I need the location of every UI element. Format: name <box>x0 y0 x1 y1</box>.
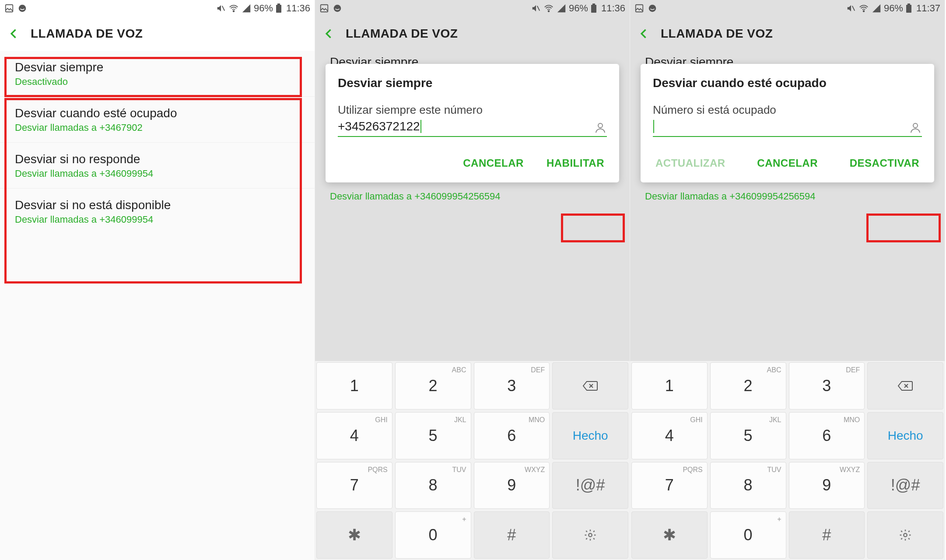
svg-rect-0 <box>6 5 13 12</box>
key-5[interactable]: 5JKL <box>395 412 471 459</box>
key-0[interactable]: 0+ <box>710 511 786 559</box>
key-sym[interactable]: !@# <box>552 462 628 509</box>
key-hash[interactable]: # <box>474 511 550 559</box>
status-bar: 96% 11:36 <box>315 0 630 17</box>
contact-picker-icon[interactable] <box>594 121 607 134</box>
back-icon[interactable] <box>323 28 335 40</box>
back-icon[interactable] <box>8 28 20 40</box>
key-1[interactable]: 1 <box>316 362 392 410</box>
number-input[interactable]: +34526372122 <box>338 119 589 134</box>
item-forward-noanswer[interactable]: Desviar si no responde Desviar llamadas … <box>0 143 315 189</box>
svg-point-3 <box>233 10 235 12</box>
key-8[interactable]: 8TUV <box>395 462 471 509</box>
dialog-label: Utilizar siempre este número <box>338 103 607 117</box>
key-3[interactable]: 3DEF <box>474 362 550 410</box>
item-forward-busy[interactable]: Desviar cuando esté ocupado Desviar llam… <box>0 97 315 143</box>
clock-text: 11:36 <box>286 3 310 14</box>
svg-rect-16 <box>636 5 643 12</box>
key-star[interactable]: ✱ <box>316 511 392 559</box>
key-7[interactable]: 7PQRS <box>316 462 392 509</box>
key-6[interactable]: 6MNO <box>474 412 550 459</box>
svg-rect-4 <box>276 5 281 13</box>
key-settings[interactable] <box>867 511 943 559</box>
key-7[interactable]: 7PQRS <box>631 462 708 509</box>
wifi-icon <box>543 4 554 13</box>
key-4[interactable]: 4GHI <box>316 412 392 459</box>
battery-text: 96% <box>254 3 273 14</box>
circle-icon <box>333 4 342 13</box>
key-0[interactable]: 0+ <box>395 511 471 559</box>
signal-icon <box>557 4 566 13</box>
number-input-row[interactable] <box>653 119 922 137</box>
battery-text: 96% <box>884 3 903 14</box>
key-star[interactable]: ✱ <box>631 511 708 559</box>
dialog-title: Desviar cuando esté ocupado <box>653 76 922 90</box>
mute-icon <box>531 4 541 13</box>
key-done[interactable]: Hecho <box>867 412 943 459</box>
svg-line-8 <box>537 6 540 11</box>
key-backspace[interactable] <box>552 362 628 410</box>
key-5[interactable]: 5JKL <box>710 412 786 459</box>
svg-rect-21 <box>907 4 910 5</box>
key-6[interactable]: 6MNO <box>789 412 865 459</box>
svg-point-7 <box>334 5 341 12</box>
bg-item-sub: Desviar llamadas a +346099954256594 <box>630 184 830 202</box>
contact-picker-icon[interactable] <box>909 121 922 134</box>
svg-rect-5 <box>277 4 280 5</box>
dialog-card: Desviar cuando esté ocupado Número si es… <box>641 64 934 182</box>
key-2[interactable]: 2ABC <box>710 362 786 410</box>
key-9[interactable]: 9WXYZ <box>789 462 865 509</box>
app-header: LLAMADA DE VOZ <box>0 17 315 51</box>
numeric-keyboard: 12ABC3DEF4GHI5JKL6MNOHecho7PQRS8TUV9WXYZ… <box>315 360 630 560</box>
key-hash[interactable]: # <box>789 511 865 559</box>
app-header: LLAMADA DE VOZ <box>315 17 630 51</box>
svg-line-18 <box>852 6 855 11</box>
dialog-title: Desviar siempre <box>338 76 607 90</box>
circle-icon <box>18 4 27 13</box>
bg-item-sub: Desviar llamadas a +346099954256594 <box>315 184 515 202</box>
key-1[interactable]: 1 <box>631 362 708 410</box>
update-button[interactable]: ACTUALIZAR <box>653 153 728 174</box>
status-bar: 96% 11:36 <box>0 0 315 17</box>
picture-icon <box>319 4 329 13</box>
status-bar: 96% 11:37 <box>630 0 945 17</box>
key-3[interactable]: 3DEF <box>789 362 865 410</box>
page-title: LLAMADA DE VOZ <box>661 27 773 41</box>
key-backspace[interactable] <box>867 362 943 410</box>
item-forward-unreachable[interactable]: Desviar si no está disponible Desviar ll… <box>0 189 315 234</box>
key-2[interactable]: 2ABC <box>395 362 471 410</box>
item-forward-always[interactable]: Desviar siempre Desactivado <box>0 51 315 97</box>
battery-icon <box>591 4 597 13</box>
number-input-row[interactable]: +34526372122 <box>338 119 607 137</box>
key-settings[interactable] <box>552 511 628 559</box>
key-8[interactable]: 8TUV <box>710 462 786 509</box>
item-sub: Desviar llamadas a +346099954 <box>15 168 300 179</box>
svg-point-12 <box>598 123 603 128</box>
cancel-button[interactable]: CANCELAR <box>754 153 820 174</box>
back-icon[interactable] <box>638 28 650 40</box>
svg-line-2 <box>222 6 225 11</box>
picture-icon <box>634 4 644 13</box>
svg-rect-6 <box>321 5 328 12</box>
key-done[interactable]: Hecho <box>552 412 628 459</box>
key-sym[interactable]: !@# <box>867 462 943 509</box>
enable-button[interactable]: HABILITAR <box>544 153 607 174</box>
cancel-button[interactable]: CANCELAR <box>460 153 526 174</box>
svg-point-22 <box>913 123 918 128</box>
app-header: LLAMADA DE VOZ <box>630 17 945 51</box>
disable-button[interactable]: DESACTIVAR <box>847 153 922 174</box>
signal-icon <box>242 4 251 13</box>
clock-text: 11:36 <box>601 3 625 14</box>
number-input[interactable] <box>653 119 904 134</box>
key-9[interactable]: 9WXYZ <box>474 462 550 509</box>
item-sub: Desactivado <box>15 76 300 88</box>
item-sub: Desviar llamadas a +346099954 <box>15 214 300 225</box>
page-title: LLAMADA DE VOZ <box>346 27 458 41</box>
battery-icon <box>906 4 912 13</box>
forwarding-list: Desviar siempre Desactivado Desviar cuan… <box>0 51 315 234</box>
item-sub: Desviar llamadas a +3467902 <box>15 122 300 133</box>
key-4[interactable]: 4GHI <box>631 412 708 459</box>
mute-icon <box>216 4 226 13</box>
wifi-icon <box>858 4 869 13</box>
wifi-icon <box>228 4 239 13</box>
